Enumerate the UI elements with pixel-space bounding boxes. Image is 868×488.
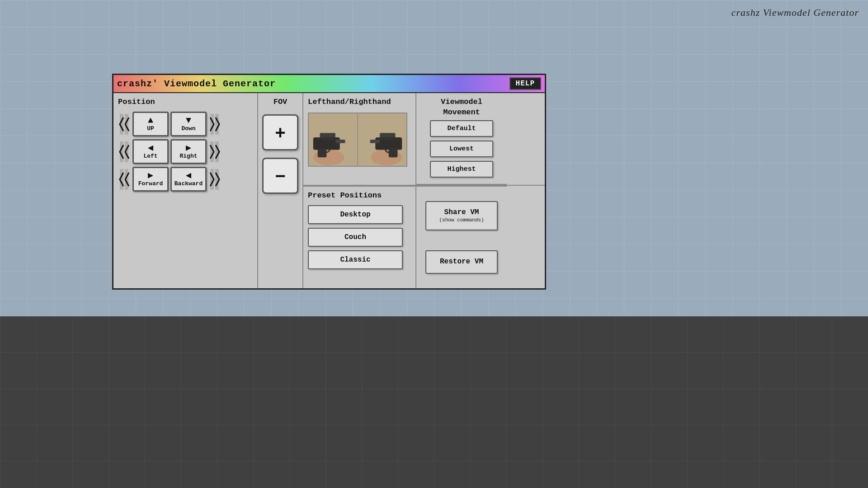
right-chevron-lr	[208, 139, 221, 164]
svg-rect-18	[318, 148, 327, 158]
fov-minus-button[interactable]: −	[262, 158, 298, 194]
left-chevron-lr	[118, 139, 131, 164]
backward-button[interactable]: ◀ Backward	[170, 167, 207, 192]
svg-rect-22	[370, 140, 380, 143]
preset-header: Preset Positions	[308, 191, 411, 200]
svg-rect-21	[380, 133, 395, 140]
down-button[interactable]: ▼ Down	[170, 112, 207, 136]
up-button[interactable]: ▲ UP	[132, 112, 169, 136]
middle-right-top: Lefthand/Righthand	[303, 93, 545, 186]
share-vm-button[interactable]: Share VM (show commands)	[425, 201, 498, 230]
position-grid: ▲ UP ▼ Down	[118, 112, 253, 192]
position-header: Position	[118, 98, 253, 106]
left-chevron-fb	[118, 167, 131, 192]
vm-default-button[interactable]: Default	[430, 120, 493, 137]
vm-movement-header2: Movement	[443, 108, 480, 117]
middle-right-bottom: Preset Positions Desktop Couch Classic S…	[303, 186, 545, 288]
section-actions: Share VM (show commands) Restore VM	[416, 186, 507, 288]
pos-row-fb: ▶ Forward ◀ Backward	[118, 167, 253, 192]
right-chevron-fb	[208, 167, 221, 192]
section-preset: Preset Positions Desktop Couch Classic	[303, 186, 416, 288]
viewmodel-image	[308, 113, 407, 167]
svg-rect-23	[389, 148, 398, 158]
classic-button[interactable]: Classic	[308, 250, 403, 269]
section-fov: FOV + −	[258, 93, 303, 288]
svg-rect-11	[215, 169, 219, 190]
title-bar: crashz' Viewmodel Generator HELP	[113, 75, 545, 93]
section-lhrh: Lefthand/Righthand	[303, 93, 416, 185]
vm-lowest-button[interactable]: Lowest	[430, 141, 493, 157]
help-button[interactable]: HELP	[509, 77, 541, 90]
vm-highest-button[interactable]: Highest	[430, 161, 493, 178]
pos-row-ud: ▲ UP ▼ Down	[118, 112, 253, 136]
svg-rect-3	[215, 114, 219, 135]
section-viewmodel-movement: Viewmodel Movement Default Lowest Highes…	[416, 93, 507, 185]
gun-svg	[309, 113, 406, 167]
right-button[interactable]: ▶ Right	[170, 139, 207, 164]
fov-header: FOV	[274, 98, 288, 106]
left-chevron-ud	[118, 112, 131, 136]
vm-movement-header1: Viewmodel	[441, 98, 482, 106]
watermark-text: crashz Viewmodel Generator	[731, 7, 859, 19]
restore-vm-button[interactable]: Restore VM	[425, 250, 498, 273]
middle-right: Lefthand/Righthand	[303, 93, 545, 288]
background-grid-lower	[0, 316, 868, 488]
pos-row-lr: ◀ Left ▶ Right	[118, 139, 253, 164]
couch-button[interactable]: Couch	[308, 228, 403, 247]
main-panel: crashz' Viewmodel Generator HELP Positio…	[112, 74, 546, 290]
right-chevron-ud	[208, 112, 221, 136]
svg-rect-7	[215, 141, 219, 162]
left-button[interactable]: ◀ Left	[132, 139, 169, 164]
desktop-button[interactable]: Desktop	[308, 205, 403, 224]
svg-rect-16	[320, 133, 335, 140]
panel-body: Position ▲ UP	[113, 93, 545, 288]
svg-rect-17	[335, 140, 345, 143]
title-bar-title: crashz' Viewmodel Generator	[117, 79, 276, 89]
section-position: Position ▲ UP	[113, 93, 258, 288]
forward-button[interactable]: ▶ Forward	[132, 167, 169, 192]
lhrh-header: Lefthand/Righthand	[308, 98, 411, 106]
fov-plus-button[interactable]: +	[262, 114, 298, 150]
